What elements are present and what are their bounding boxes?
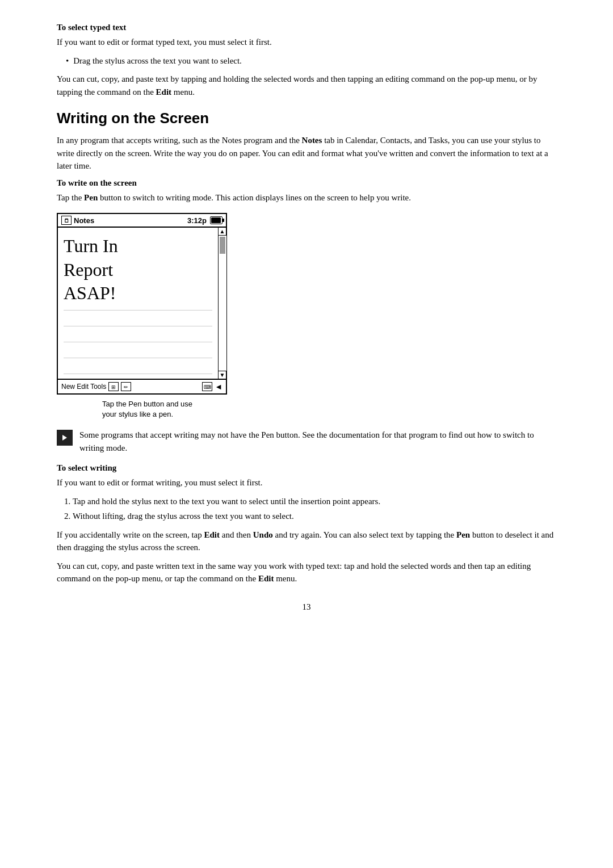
toolbar-icon-grid[interactable]: ⊞ xyxy=(108,382,119,391)
handwriting-line1: Turn In xyxy=(64,234,212,258)
device-title-left: 🗒 Notes xyxy=(61,216,94,225)
toolbar-right: ⌨ ◄ xyxy=(202,382,222,391)
ordered-item-1: Tap and hold the stylus next to the text… xyxy=(73,495,556,508)
select-writing-para1: If you want to edit or format writing, y… xyxy=(57,476,556,489)
device-title-text: Notes xyxy=(74,216,94,225)
battery-icon xyxy=(210,216,222,224)
note-box: Some programs that accept writing may no… xyxy=(57,429,556,454)
bullet-item-1: Drag the stylus across the text you want… xyxy=(66,54,556,68)
device-body: Turn In Report ASAP! ▲ ▼ xyxy=(58,228,226,379)
device-time-battery: 3:12p xyxy=(187,216,222,225)
write-para1-bold: Pen xyxy=(84,193,98,202)
scroll-track xyxy=(219,236,226,371)
sw-para2-b3: Pen xyxy=(456,530,470,539)
page-number: 13 xyxy=(57,602,556,612)
sw-para3-b1: Edit xyxy=(258,574,274,583)
device-toolbar: New Edit Tools ⊞ ✏ ⌨ ◄ xyxy=(58,379,226,393)
scroll-down-button[interactable]: ▼ xyxy=(219,371,226,379)
select-typed-para2-text2: menu. xyxy=(171,87,195,97)
sw-para3-t2: menu. xyxy=(274,574,297,583)
device-screenshot: 🗒 Notes 3:12p Turn In Report ASAP! xyxy=(57,213,227,395)
sw-para2-b1: Edit xyxy=(204,530,220,539)
note-text: Some programs that accept writing may no… xyxy=(79,429,556,454)
device-lines xyxy=(64,310,212,374)
sw-para2-b2: Undo xyxy=(253,530,273,539)
device-title-bar: 🗒 Notes 3:12p xyxy=(58,214,226,228)
device-line-2 xyxy=(64,326,212,342)
device-line-1 xyxy=(64,311,212,326)
handwriting-line3: ASAP! xyxy=(64,282,212,305)
toolbar-expand-icon[interactable]: ◄ xyxy=(215,382,222,391)
select-typed-para2-bold: Edit xyxy=(156,87,172,97)
select-writing-list: Tap and hold the stylus next to the text… xyxy=(57,495,556,523)
toolbar-icon-keyboard[interactable]: ⌨ xyxy=(202,382,212,391)
select-typed-para2: You can cut, copy, and paste text by tap… xyxy=(57,73,556,98)
sw-para2-t2: and then xyxy=(220,530,253,539)
device-caption: Tap the Pen button and use your stylus l… xyxy=(102,399,556,420)
sw-para2-t3: and try again. You can also select text … xyxy=(273,530,456,539)
select-writing-para3: You can cut, copy, and paste written tex… xyxy=(57,560,556,585)
writing-screen-heading: Writing on the Screen xyxy=(57,110,556,127)
select-writing-heading: To select writing xyxy=(57,463,556,473)
handwriting-line2: Report xyxy=(64,258,212,282)
select-typed-heading: To select typed text xyxy=(57,23,556,32)
select-writing-para2: If you accidentally write on the screen,… xyxy=(57,529,556,554)
handwriting-text: Turn In Report ASAP! xyxy=(64,234,212,305)
toolbar-icon-pen[interactable]: ✏ xyxy=(121,382,131,391)
toolbar-left: New Edit Tools ⊞ ✏ xyxy=(61,382,131,391)
select-writing-section: To select writing If you want to edit or… xyxy=(57,463,556,585)
select-typed-section: To select typed text If you want to edit… xyxy=(57,23,556,98)
device-time: 3:12p xyxy=(187,216,207,225)
caption-line1: Tap the Pen button and use xyxy=(102,399,556,409)
writing-para1-text1: In any program that accepts writing, suc… xyxy=(57,136,302,145)
scroll-up-button[interactable]: ▲ xyxy=(219,228,226,236)
note-icon xyxy=(57,430,73,446)
sw-para2-t1: If you accidentally write on the screen,… xyxy=(57,530,204,539)
device-content: Turn In Report ASAP! xyxy=(58,228,218,379)
ordered-item-2: Without lifting, drag the stylus across … xyxy=(73,510,556,523)
writing-para1-bold: Notes xyxy=(302,136,322,145)
device-scrollbar[interactable]: ▲ ▼ xyxy=(218,228,226,379)
write-para1-text1: Tap the xyxy=(57,193,84,202)
select-typed-bullets: Drag the stylus across the text you want… xyxy=(57,54,556,68)
writing-screen-para1: In any program that accepts writing, suc… xyxy=(57,134,556,173)
write-screen-para1: Tap the Pen button to switch to writing … xyxy=(57,191,556,204)
device-line-4 xyxy=(64,358,212,374)
device-line-3 xyxy=(64,342,212,358)
new-edit-tools-label: New Edit Tools xyxy=(61,383,106,391)
write-screen-heading: To write on the screen xyxy=(57,178,556,188)
select-typed-para1: If you want to edit or format typed text… xyxy=(57,36,556,49)
scroll-thumb[interactable] xyxy=(220,237,225,254)
select-typed-para2-text1: You can cut, copy, and paste text by tap… xyxy=(57,74,538,97)
write-para1-text2: button to switch to writing mode. This a… xyxy=(98,193,411,202)
notes-icon: 🗒 xyxy=(61,216,72,225)
write-screen-section: To write on the screen Tap the Pen butto… xyxy=(57,178,556,204)
caption-line2: your stylus like a pen. xyxy=(102,409,556,420)
